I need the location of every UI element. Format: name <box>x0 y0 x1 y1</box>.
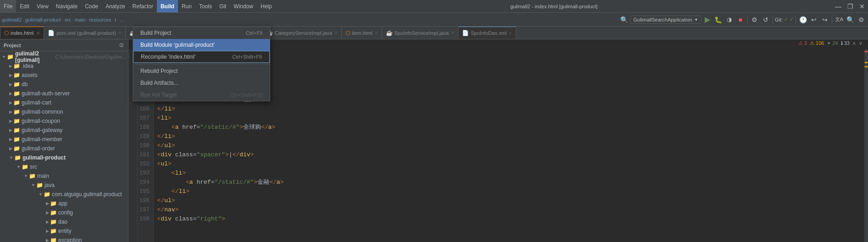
breadcrumb-t[interactable]: t <box>115 17 116 22</box>
settings-btn[interactable]: ⚙ <box>856 15 866 25</box>
ln-190: 190 <box>139 141 150 150</box>
menubar-build[interactable]: Build <box>157 0 178 12</box>
menubar-git[interactable]: Git <box>216 0 230 12</box>
close-tab-spui[interactable]: ✕ <box>451 30 454 35</box>
menubar-tools[interactable]: Tools <box>195 0 216 12</box>
tree-package[interactable]: ▼ 📁 com.atguigu.gulimall.product <box>0 190 128 199</box>
nav-down[interactable]: ∨ <box>859 40 862 46</box>
root-arrow: ▼ <box>2 55 6 59</box>
close-tab-pom[interactable]: ✕ <box>118 30 122 35</box>
pkg-folder-icon: 📁 <box>44 191 50 198</box>
menu-item-ant[interactable]: Run Ant Target Ctrl+Shift+F10 <box>133 89 270 101</box>
tab-item-html[interactable]: ⬡ item.html ✕ <box>342 27 382 39</box>
tree-common[interactable]: ▶ 📁 gulimall-common <box>0 107 128 116</box>
tree-product[interactable]: ▼ 📁 gulimall-product <box>0 153 128 162</box>
pkg-arrow: ▼ <box>39 192 43 197</box>
menubar-edit[interactable]: Edit <box>16 0 33 12</box>
tree-auth-server[interactable]: ▶ 📁 gulimall-auth-server <box>0 89 128 98</box>
nav-up[interactable]: ∧ <box>852 40 856 46</box>
breadcrumb-gulimall2[interactable]: gulimall2 <box>2 17 22 22</box>
breadcrumb-main[interactable]: main <box>75 17 86 22</box>
debug-button[interactable]: 🐛 <box>713 15 723 25</box>
entity-arrow: ▶ <box>46 229 49 233</box>
product-label: gulimall-product <box>22 154 66 161</box>
window-maximize[interactable]: ❐ <box>844 0 856 13</box>
tree-cart[interactable]: ▶ 📁 gulimall-cart <box>0 98 128 107</box>
main-arrow: ▼ <box>24 174 28 178</box>
tree-gateway[interactable]: ▶ 📁 gulimall-gateway <box>0 126 128 135</box>
run-button[interactable]: ▶ <box>702 15 712 25</box>
tree-main[interactable]: ▼ 📁 main <box>0 171 128 181</box>
tree-entity[interactable]: ▶ 📁 entity <box>0 226 128 236</box>
sidebar-settings-icon[interactable]: ⚙ <box>119 42 124 49</box>
tree-config[interactable]: ▶ 📁 config <box>0 208 128 217</box>
tab-categoryserviceimpl[interactable]: ☕ CategoryServiceImpl.java ✕ <box>262 27 342 39</box>
breadcrumb-product[interactable]: gulimall-product <box>25 17 61 22</box>
breadcrumb-resources[interactable]: resources <box>89 17 111 22</box>
menu-item-rebuild[interactable]: Rebuild Project <box>133 65 270 77</box>
tab-index-label: index.html <box>11 30 33 36</box>
close-tab-item[interactable]: ✕ <box>374 30 378 35</box>
coupon-label: gulimall-coupon <box>22 118 60 124</box>
menubar-file[interactable]: File <box>0 0 16 12</box>
menubar-window[interactable]: Window <box>230 0 257 12</box>
tree-db[interactable]: ▶ 📁 db <box>0 80 128 89</box>
close-tab-index[interactable]: ✕ <box>36 31 40 36</box>
menubar-analyze[interactable]: Analyze <box>102 0 129 12</box>
tree-order[interactable]: ▶ 📁 gulimall-order <box>0 144 128 153</box>
menubar-refactor[interactable]: Refactor <box>129 0 157 12</box>
menubar-run[interactable]: Run <box>178 0 195 12</box>
rebuild-btn[interactable]: ↺ <box>761 15 771 25</box>
menubar-view[interactable]: View <box>33 0 52 12</box>
window-close[interactable]: ✕ <box>856 0 868 13</box>
close-tab-csi[interactable]: ✕ <box>334 30 338 35</box>
redo-btn[interactable]: ↪ <box>820 15 830 25</box>
tree-exception[interactable]: ▶ 📁 exception <box>0 236 128 242</box>
close-tab-dao[interactable]: ✕ <box>508 31 512 36</box>
window-minimize[interactable]: — <box>832 0 844 13</box>
undo-btn[interactable]: ↩ <box>809 15 819 25</box>
search-btn[interactable]: 🔍 <box>845 15 855 25</box>
breadcrumb-src[interactable]: src <box>64 17 71 22</box>
tree-member[interactable]: ▶ 📁 gulimall-member <box>0 135 128 144</box>
tab-spuinfoserviceimpl[interactable]: ☕ SpuInfoServiceImpl.java ✕ <box>382 27 459 39</box>
clock-icon[interactable]: 🕐 <box>798 15 808 25</box>
src-arrow: ▼ <box>17 165 21 169</box>
menubar-navigate[interactable]: Navigate <box>52 0 81 12</box>
ln-191: 191 <box>139 150 150 160</box>
tree-assets[interactable]: ▶ 📁 assets <box>0 71 128 80</box>
src-folder-icon: 📁 <box>22 164 28 170</box>
tree-coupon[interactable]: ▶ 📁 gulimall-coupon <box>0 116 128 126</box>
tree-root[interactable]: ▼ 📁 gulimall2 [gulimall] C:\Users\eric\D… <box>0 52 128 61</box>
build-btn[interactable]: ⚙ <box>750 15 760 25</box>
ln-196: 196 <box>139 196 150 205</box>
run-config-dropdown[interactable]: GulimallSearchApplication ▼ <box>630 16 701 24</box>
translate-btn[interactable]: 文A <box>834 15 844 25</box>
ln-193: 193 <box>139 169 150 178</box>
code-line-190: </ul> <box>157 141 861 150</box>
stop-button[interactable]: ■ <box>735 15 746 25</box>
run-with-coverage-button[interactable]: ◑ <box>724 15 734 25</box>
tabbar: ⬡ index.html ✕ 📄 pom.xml (gulimall-produ… <box>0 27 868 39</box>
tab-pom[interactable]: 📄 pom.xml (gulimall-product) ✕ <box>44 27 126 39</box>
menu-item-artifacts[interactable]: Build Artifacts... <box>133 77 270 89</box>
cart-label: gulimall-cart <box>22 99 51 106</box>
ln-189: 189 <box>139 132 150 141</box>
tree-java[interactable]: ▼ 📁 java <box>0 181 128 190</box>
tree-src[interactable]: ▼ 📁 src <box>0 162 128 171</box>
menu-item-build-project[interactable]: Build Project Ctrl+F9 <box>133 27 270 39</box>
scrollbar-vertical[interactable] <box>864 50 868 242</box>
tab-index-html[interactable]: ⬡ index.html ✕ <box>0 27 44 39</box>
menu-item-recompile[interactable]: Recompile 'index.html' Ctrl+Shift+F9 <box>133 51 270 63</box>
tab-spuinfodao[interactable]: 📄 SpuInfoDao.xml ✕ <box>458 27 516 39</box>
menubar-code[interactable]: Code <box>81 0 102 12</box>
menu-item-build-module[interactable]: Build Module 'gulimall-product' <box>133 39 270 51</box>
search-everywhere-icon[interactable]: 🔍 <box>619 15 629 25</box>
ln-186: 186 <box>139 104 150 114</box>
exception-arrow: ▶ <box>46 238 49 242</box>
menubar-help[interactable]: Help <box>257 0 276 12</box>
tree-idea[interactable]: ▶ 📁 .idea <box>0 61 128 71</box>
tree-dao[interactable]: ▶ 📁 dao <box>0 217 128 226</box>
tree-app[interactable]: ▶ 📁 app <box>0 199 128 208</box>
breadcrumb: gulimall2 › gulimall-product › src › mai… <box>2 17 124 22</box>
